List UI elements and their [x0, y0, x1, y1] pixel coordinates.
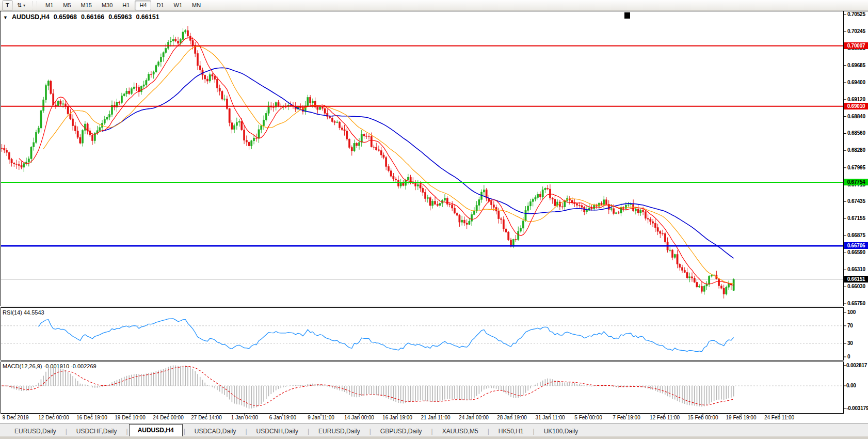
price-level-badge: 0.69010: [844, 103, 868, 109]
chart-symbol-timeframe: AUDUSD,H4: [12, 13, 50, 21]
price-tick-label: 0.69685: [847, 62, 865, 68]
price-tick-label: 0.67435: [847, 198, 865, 204]
rsi-tick-label: 30: [847, 340, 853, 346]
price-tick-label: 0.69400: [847, 80, 865, 85]
rsi-indicator-label: RSI(14) 44.5543: [3, 309, 44, 316]
collapse-chart-icon[interactable]: ▼: [3, 14, 8, 20]
price-tick-label: 0.69120: [847, 97, 865, 102]
tab-xauusd-m5[interactable]: XAUUSD,M5: [434, 426, 487, 436]
tab-separator: |: [532, 426, 536, 436]
price-tick-label: 0.66875: [847, 232, 865, 238]
trading-platform-window: T ⇅ ▾ M1M5M15M30H1H4D1W1MN ▼ AUDUSD,H4 0…: [0, 0, 868, 439]
price-tick-label: 0.66590: [847, 249, 865, 255]
timeframe-button-m15[interactable]: M15: [76, 1, 97, 10]
tab-hk50-h1[interactable]: HK50,H1: [490, 426, 532, 436]
time-axis-label: 14 Jan 00:00: [344, 415, 374, 420]
price-level-badge: 0.66706: [844, 242, 868, 249]
time-axis-label: 19 Feb 19:00: [726, 415, 757, 420]
tab-separator: |: [487, 426, 490, 436]
price-tick-label: 0.66030: [847, 284, 865, 289]
time-axis-label: 9 Jan 11:00: [308, 415, 334, 420]
tab-separator: |: [65, 426, 68, 436]
tab-separator: |: [368, 426, 372, 436]
time-axis-label: 24 Jan 00:00: [459, 415, 489, 420]
chart-area[interactable]: ▼ AUDUSD,H4 0.65968 0.66166 0.65963 0.66…: [0, 11, 868, 423]
macd-indicator-label: MACD(12,26,9) -0.001910 -0.002269: [3, 363, 97, 369]
tab-usdchf-daily[interactable]: USDCHF,Daily: [68, 426, 125, 436]
price-tick-label: 0.65750: [847, 301, 865, 306]
time-axis-label: 16 Jan 19:00: [382, 415, 412, 420]
time-axis-label: 5 Feb 00:00: [574, 415, 602, 420]
time-axis-label: 9 Dec 2019: [2, 415, 28, 420]
chart-tabs-bar: EURUSD,Daily|USDCHF,Daily|AUDUSD,H4|USDC…: [0, 423, 868, 436]
rsi-tick-label: 70: [847, 323, 853, 328]
time-axis-label: 15 Feb 00:00: [688, 415, 718, 420]
macd-tick-label: 0.002817: [846, 363, 867, 368]
price-tick-label: 0.70245: [847, 28, 865, 34]
tab-eurusd-daily[interactable]: EURUSD,Daily: [310, 426, 368, 436]
chevron-down-icon: ▾: [23, 1, 25, 10]
ohlc-high: 0.66166: [81, 13, 104, 21]
time-axis-label: 24 Dec 00:00: [153, 415, 184, 420]
timeframe-button-m1[interactable]: M1: [41, 1, 58, 10]
time-axis-label: 1 Jan 04:00: [231, 415, 258, 420]
time-axis-label: 7 Feb 19:00: [613, 415, 640, 420]
timeframe-button-h4[interactable]: H4: [135, 1, 151, 10]
rsi-tick-label: 0: [847, 354, 850, 359]
timeframe-button-d1[interactable]: D1: [152, 1, 168, 10]
timeframe-button-w1[interactable]: W1: [169, 1, 187, 10]
tab-separator: |: [307, 426, 310, 436]
timeframe-button-m30[interactable]: M30: [97, 1, 117, 10]
tab-eurusd-daily[interactable]: EURUSD,Daily: [6, 426, 65, 436]
rsi-tick-label: 100: [847, 309, 856, 315]
price-tick-label: 0.67155: [847, 215, 865, 221]
time-axis-label: 19 Dec 10:00: [115, 415, 146, 420]
toolbar-separator: [33, 2, 37, 9]
chart-ohlc-header: ▼ AUDUSD,H4 0.65968 0.66166 0.65963 0.66…: [3, 13, 159, 21]
macd-tick-label: -0.003179: [846, 405, 868, 411]
chart-shift-marker[interactable]: [624, 12, 630, 19]
text-label-tool-button[interactable]: T: [2, 1, 13, 10]
tab-separator: |: [430, 426, 434, 436]
price-tick-label: 0.66310: [847, 266, 865, 272]
time-axis-label: 16 Dec 19:00: [76, 415, 107, 420]
time-axis-label: 24 Feb 11:00: [764, 415, 794, 420]
tab-gbpusd-daily[interactable]: GBPUSD,Daily: [372, 426, 430, 436]
price-tick-label: 0.68560: [847, 130, 865, 136]
price-tick-label: 0.68840: [847, 114, 865, 119]
price-tick-label: 0.67995: [847, 165, 865, 170]
current-price-badge: 0.66151: [844, 276, 868, 283]
chart-toolbar: T ⇅ ▾ M1M5M15M30H1H4D1W1MN: [0, 0, 868, 11]
arrows-icon: ⇅: [17, 1, 22, 10]
tab-audusd-h4[interactable]: AUDUSD,H4: [129, 424, 183, 436]
timeframe-button-h1[interactable]: H1: [118, 1, 134, 10]
tab-separator: |: [183, 426, 186, 436]
tab-separator: |: [125, 426, 129, 436]
ohlc-low: 0.65963: [108, 13, 132, 21]
timeframe-button-m5[interactable]: M5: [58, 1, 75, 10]
time-axis-label: 6 Jan 19:00: [269, 415, 296, 420]
bottom-strip: [0, 436, 868, 439]
tab-usdcnh-daily[interactable]: USDCNH,Daily: [248, 426, 307, 436]
tab-usdcad-daily[interactable]: USDCAD,Daily: [186, 426, 245, 436]
time-axis-label: 12 Feb 11:00: [650, 415, 680, 420]
time-axis-label: 27 Dec 14:00: [191, 415, 222, 420]
price-chart-plot[interactable]: [0, 11, 868, 423]
timeframe-button-mn[interactable]: MN: [187, 1, 205, 10]
arrows-tool-button[interactable]: ⇅ ▾: [14, 1, 28, 10]
macd-tick-label: 0.00: [846, 383, 856, 388]
ohlc-open: 0.65968: [54, 13, 77, 21]
ohlc-close: 0.66151: [136, 13, 159, 21]
time-axis-label: 12 Dec 00:00: [38, 415, 69, 420]
price-level-badge: 0.67754: [844, 179, 868, 185]
time-axis-label: 28 Jan 19:00: [497, 415, 527, 420]
price-tick-label: 0.68280: [847, 147, 865, 153]
tab-separator: |: [244, 426, 248, 436]
tab-uk100-daily[interactable]: UK100,Daily: [536, 426, 587, 436]
time-axis-label: 21 Jan 11:00: [421, 415, 450, 420]
price-level-badge: 0.70007: [844, 42, 868, 49]
price-tick-label: 0.70525: [847, 11, 865, 17]
timeframe-toolbar: M1M5M15M30H1H4D1W1MN: [41, 1, 205, 10]
time-axis-label: 31 Jan 11:00: [535, 415, 565, 420]
